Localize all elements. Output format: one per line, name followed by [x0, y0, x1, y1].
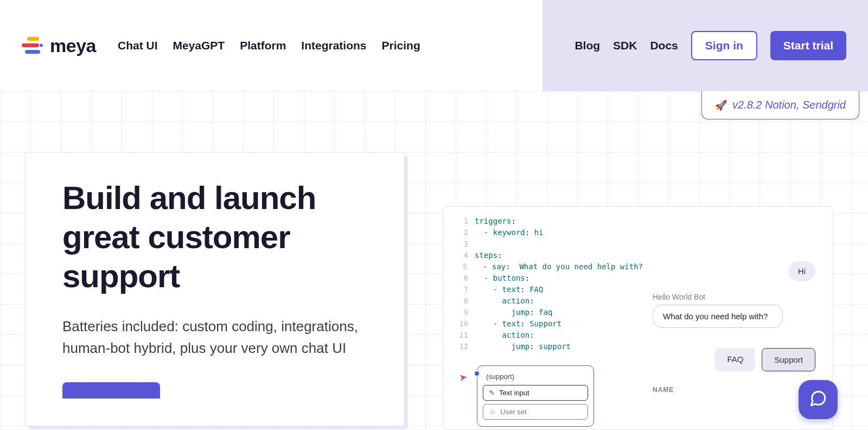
- code-text: - say: What do you need help with?: [474, 261, 643, 273]
- chat-icon: [809, 389, 827, 410]
- rocket-icon: 🚀: [715, 99, 727, 111]
- flow-node-row[interactable]: ✎ Text input: [483, 385, 588, 401]
- secondary-nav: Blog SDK Docs Sign in Start trial: [575, 31, 846, 60]
- chat-chip-faq[interactable]: FAQ: [715, 348, 755, 371]
- line-number: 9: [458, 307, 475, 318]
- code-text: - text: FAQ: [475, 284, 543, 295]
- code-text: triggers:: [475, 216, 516, 227]
- svg-rect-3: [25, 50, 40, 54]
- line-number: 7: [458, 284, 475, 295]
- line-number: 12: [458, 341, 475, 352]
- code-text: - text: Support: [475, 318, 561, 330]
- nav-chat-ui[interactable]: Chat UI: [118, 39, 158, 52]
- site-header: meya Chat UI MeyaGPT Platform Integratio…: [0, 0, 868, 91]
- chat-launcher-fab[interactable]: [799, 380, 838, 419]
- chat-chip-row: FAQ Support: [715, 348, 815, 371]
- flow-port-icon: [474, 370, 480, 377]
- line-number: 3: [458, 238, 475, 250]
- flow-row-label: Text input: [499, 389, 529, 397]
- code-text: jump: faq: [475, 307, 552, 318]
- chat-chip-support[interactable]: Support: [762, 348, 815, 371]
- flow-arrow-icon: ➤: [458, 371, 468, 384]
- flow-node-title: (support): [483, 371, 588, 385]
- hero-title: Build and launch great customer support: [62, 179, 372, 296]
- user-set-icon: ☺: [489, 408, 496, 416]
- code-text: action:: [475, 295, 534, 307]
- brand-logo[interactable]: meya: [22, 35, 96, 56]
- hero-card: Build and launch great customer support …: [25, 152, 405, 426]
- code-editor: 1triggers: 2 - keyword: hi 3 4steps: 5 -…: [458, 216, 643, 352]
- code-text: [475, 238, 479, 250]
- code-text: steps:: [475, 250, 502, 261]
- line-number: 4: [458, 250, 475, 261]
- text-input-icon: ✎: [489, 389, 495, 397]
- line-number: 1: [458, 216, 475, 227]
- flow-node-support[interactable]: ➤ (support) ✎ Text input ☺ User set: [477, 365, 594, 427]
- line-number: 2: [458, 227, 475, 238]
- code-text: - keyword: hi: [475, 227, 543, 238]
- hero-section: 🚀 v2.8.2 Notion, Sendgrid Build and laun…: [0, 91, 868, 430]
- code-text: jump: support: [475, 341, 571, 352]
- line-number: 10: [458, 318, 475, 330]
- version-badge[interactable]: 🚀 v2.8.2 Notion, Sendgrid: [701, 91, 859, 119]
- signin-button[interactable]: Sign in: [691, 31, 757, 60]
- svg-rect-1: [22, 43, 39, 47]
- line-number: 11: [458, 330, 475, 341]
- brand-name: meya: [50, 35, 96, 56]
- line-number: 6: [458, 273, 475, 284]
- product-preview: 1triggers: 2 - keyword: hi 3 4steps: 5 -…: [443, 206, 833, 430]
- chat-user-bubble: Hi: [788, 261, 815, 281]
- chat-bot-bubble: What do you need help with?: [653, 305, 783, 328]
- start-trial-button[interactable]: Start trial: [770, 31, 846, 60]
- code-text: action:: [475, 330, 534, 341]
- nav-docs[interactable]: Docs: [650, 39, 678, 52]
- hero-subtitle: Batteries included: custom coding, integ…: [62, 315, 372, 359]
- nav-meyagpt[interactable]: MeyaGPT: [173, 39, 225, 52]
- primary-nav: Chat UI MeyaGPT Platform Integrations Pr…: [118, 39, 420, 52]
- version-text: v2.8.2 Notion, Sendgrid: [732, 99, 846, 111]
- nav-integrations[interactable]: Integrations: [301, 39, 366, 52]
- flow-row-label: User set: [500, 408, 526, 416]
- nav-blog[interactable]: Blog: [575, 39, 600, 52]
- flow-node-row[interactable]: ☺ User set: [483, 404, 588, 420]
- meya-logo-icon: [22, 37, 43, 54]
- hero-cta-button[interactable]: [62, 382, 160, 399]
- nav-platform[interactable]: Platform: [240, 39, 286, 52]
- nav-sdk[interactable]: SDK: [613, 39, 637, 52]
- line-number: 5: [458, 261, 474, 273]
- chat-bot-name: Hello World Bot: [653, 293, 705, 301]
- svg-point-2: [40, 44, 43, 47]
- svg-rect-0: [27, 37, 39, 41]
- line-number: 8: [458, 295, 475, 307]
- chat-field-label: NAME: [653, 386, 674, 394]
- nav-pricing[interactable]: Pricing: [382, 39, 420, 52]
- code-text: - buttons:: [475, 273, 529, 284]
